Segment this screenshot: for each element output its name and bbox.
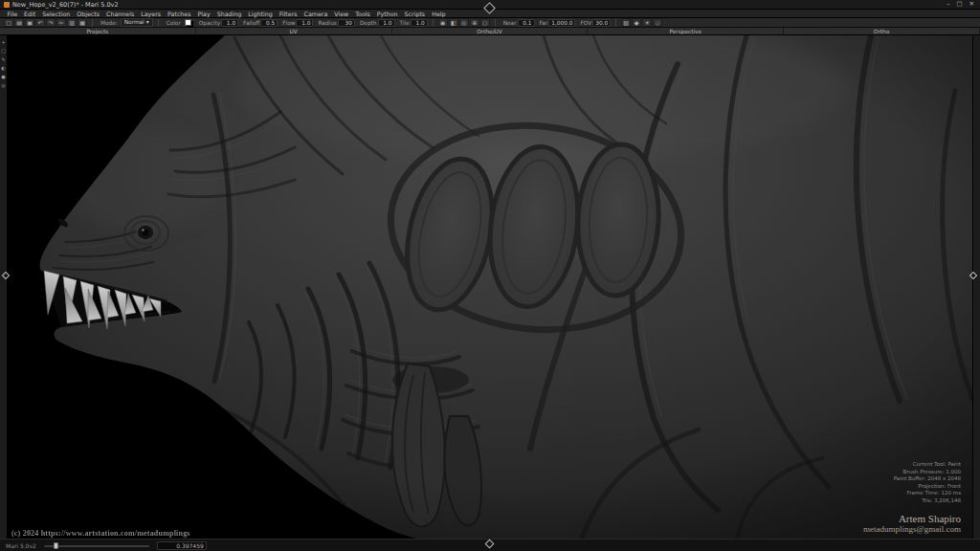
menu-item[interactable]: File xyxy=(4,10,21,18)
canvas-tab-bar: Projects UV Ortho/UV Perspective Ortho xyxy=(0,28,980,35)
close-button[interactable]: ✕ xyxy=(969,0,974,9)
save-icon[interactable]: ▣ xyxy=(25,18,34,27)
toolbar-separator xyxy=(495,19,496,27)
mari-window: New_Hope_v2_60(7)* - Mari 5.0v2 – □ ✕ Fi… xyxy=(0,0,980,551)
menu-item[interactable]: Layers xyxy=(138,10,165,18)
field-label: FOV xyxy=(580,20,591,26)
field-label: Near xyxy=(503,20,517,26)
mode-select[interactable]: Normal ▾ xyxy=(121,18,153,27)
color-label: Color xyxy=(167,20,181,26)
falloff-field[interactable]: Falloff 0.5 xyxy=(240,19,278,27)
field-label: Opacity xyxy=(199,20,220,26)
menu-item[interactable]: Help xyxy=(429,10,449,18)
menu-item[interactable]: Channels xyxy=(103,10,138,18)
toolbar: □▤▣↶↷✂▥▦ Mode: Normal ▾ Color Opacity 1.… xyxy=(0,18,980,28)
eraser-tool-icon[interactable]: ◐ xyxy=(1,65,5,71)
opacity-field[interactable]: Opacity 1.0 xyxy=(196,19,238,27)
file-icon-group: □▤▣↶↷✂▥▦ xyxy=(4,18,87,27)
shaded-toggle-icon[interactable]: ◆ xyxy=(632,18,641,27)
minimize-button[interactable]: – xyxy=(947,0,949,9)
menu-item[interactable]: Tools xyxy=(352,10,374,18)
field-label: Radius xyxy=(318,20,336,26)
menu-item[interactable]: Edit xyxy=(21,10,39,18)
tools-palette: +□✎◐●◎ xyxy=(0,35,8,539)
undo-icon[interactable]: ↶ xyxy=(35,18,45,27)
tile-field[interactable]: Tile 1.0 xyxy=(397,19,428,27)
tab-label: Projects xyxy=(86,29,108,34)
field-value[interactable]: 0.1 xyxy=(518,19,535,27)
field-label: Flow xyxy=(282,20,295,26)
paint-tool-icon[interactable]: ✎ xyxy=(1,56,5,62)
menu-item[interactable]: Filters xyxy=(276,10,301,18)
menu-item[interactable]: Scripts xyxy=(401,10,429,18)
lighting-toggle-icon[interactable]: ☀ xyxy=(642,18,652,27)
wireframe-toggle-icon[interactable]: ▧ xyxy=(621,18,631,27)
field-value[interactable]: 30.0 xyxy=(592,19,611,27)
toolbar-separator xyxy=(615,19,616,27)
menu-item[interactable]: Objects xyxy=(74,10,103,18)
eraser-mode-icon[interactable]: ◧ xyxy=(449,18,458,27)
mask-preview-icon[interactable]: ○ xyxy=(480,18,490,27)
field-value[interactable]: 1.0 xyxy=(411,19,428,27)
flow-field[interactable]: Flow 1.0 xyxy=(279,19,313,27)
canvas-viewport[interactable]: Current Tool: PaintBrush Pressure: 1.000… xyxy=(8,35,972,539)
clone-tool-icon[interactable]: ◎ xyxy=(1,82,5,88)
open-project-icon[interactable]: ▤ xyxy=(14,18,24,27)
new-project-icon[interactable]: □ xyxy=(4,18,13,27)
blur-mode-icon[interactable]: ◎ xyxy=(459,18,469,27)
menu-item[interactable]: Play xyxy=(194,10,213,18)
tab-projects[interactable]: Projects xyxy=(0,28,196,34)
select-tool-icon[interactable]: + xyxy=(1,39,5,45)
field-value[interactable]: 30 xyxy=(338,19,355,27)
slider-handle[interactable] xyxy=(54,542,58,549)
field-value[interactable]: 1.0 xyxy=(221,19,238,27)
tab-ortho[interactable]: Ortho xyxy=(784,28,980,34)
maximize-button[interactable]: □ xyxy=(956,0,962,9)
hud-line: Current Tool: Paint xyxy=(894,461,961,468)
mode-value: Normal xyxy=(124,19,145,26)
copy-icon[interactable]: ▥ xyxy=(67,18,77,27)
field-value[interactable]: 1.0 xyxy=(378,19,395,27)
near-clip-field[interactable]: Near 0.1 xyxy=(501,19,535,27)
paste-icon[interactable]: ▦ xyxy=(78,18,87,27)
color-swatch[interactable] xyxy=(185,19,191,26)
fov-field[interactable]: FOV 30.0 xyxy=(577,19,611,27)
tab-label: Ortho/UV xyxy=(477,29,502,34)
radius-field[interactable]: Radius 30 xyxy=(315,19,354,27)
transform-tool-icon[interactable]: □ xyxy=(1,48,6,54)
hud-line: Brush Pressure: 1.000 xyxy=(894,469,961,475)
field-label: Far xyxy=(540,20,548,26)
hud-line: Frame Time: 120 ms xyxy=(894,490,961,496)
app-icon xyxy=(4,2,10,8)
smear-tool-icon[interactable]: ● xyxy=(1,74,5,79)
toolbar-separator xyxy=(92,19,93,27)
paint-field-group: Opacity 1.0 Falloff 0.5 Flow 1.0 Radius … xyxy=(196,19,428,27)
field-value[interactable]: 0.5 xyxy=(260,19,278,27)
tab-ortho-uv[interactable]: Ortho/UV xyxy=(392,28,589,34)
menu-item[interactable]: Shading xyxy=(213,10,245,18)
tab-perspective[interactable]: Perspective xyxy=(588,28,784,34)
depth-field[interactable]: Depth 1.0 xyxy=(357,19,395,27)
field-value[interactable]: 1.0 xyxy=(296,19,313,27)
paint-icon-group: ◉◧◎⊕○ xyxy=(438,18,490,27)
symmetry-toggle-icon[interactable]: ◇ xyxy=(653,18,662,27)
menu-item[interactable]: Python xyxy=(373,10,401,18)
field-value[interactable]: 1,000.0 xyxy=(548,19,575,27)
menu-item[interactable]: Selection xyxy=(39,10,74,18)
menu-item[interactable]: Camera xyxy=(301,10,331,18)
hud-line: Paint Buffer: 2048 x 2048 xyxy=(894,475,961,482)
hud-line: Projection: Front xyxy=(894,483,961,490)
tab-uv[interactable]: UV xyxy=(196,28,392,34)
hud-line: Tris: 3,206,148 xyxy=(894,497,961,504)
status-slider[interactable] xyxy=(44,540,149,551)
far-clip-field[interactable]: Far 1,000.0 xyxy=(537,19,576,27)
cut-icon[interactable]: ✂ xyxy=(56,18,66,27)
slider-value[interactable]: 0.397459 xyxy=(157,541,207,550)
creature-sculpt-render xyxy=(8,35,972,539)
menu-item[interactable]: Patches xyxy=(165,10,194,18)
paint-through-icon[interactable]: ◉ xyxy=(438,18,448,27)
menu-item[interactable]: View xyxy=(331,10,352,18)
menu-item[interactable]: Lighting xyxy=(245,10,276,18)
clone-stamp-icon[interactable]: ⊕ xyxy=(470,18,479,27)
redo-icon[interactable]: ↷ xyxy=(46,18,56,27)
